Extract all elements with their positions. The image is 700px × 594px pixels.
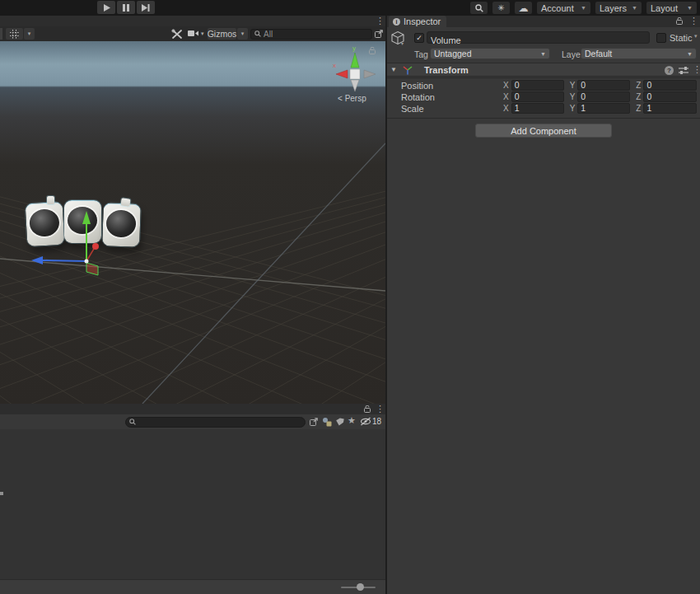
star-icon: ★ xyxy=(348,415,356,425)
play-button[interactable] xyxy=(97,1,115,14)
check-icon: ✓ xyxy=(416,35,422,42)
y-axis-cone[interactable] xyxy=(351,53,359,68)
progress-button[interactable]: ✳ xyxy=(492,2,510,14)
presets-button[interactable] xyxy=(679,66,688,75)
axis-z-label: Z xyxy=(636,81,641,90)
scene-tabbar-menu-icon[interactable]: ⋮ xyxy=(376,16,385,26)
speaker-clip xyxy=(120,198,130,206)
rotation-label: Rotation xyxy=(401,92,435,102)
speaker-box[interactable] xyxy=(64,200,101,243)
axis-x-label: X xyxy=(503,104,509,113)
project-search-input[interactable] xyxy=(138,418,301,427)
layers-dropdown[interactable]: Layers ▼ xyxy=(595,2,642,14)
gameobject-icon-button[interactable]: ▾ xyxy=(390,30,405,45)
rotation-z-field[interactable]: 0 xyxy=(643,91,697,102)
perspective-mode-label[interactable]: < Persp xyxy=(338,94,366,103)
gizmos-button[interactable]: Gizmos xyxy=(208,28,236,40)
name-field[interactable] xyxy=(427,31,650,44)
grid-visibility-button[interactable] xyxy=(6,28,23,40)
scale-label: Scale xyxy=(401,104,424,114)
rotation-y-field[interactable]: 0 xyxy=(577,91,630,102)
pause-button[interactable] xyxy=(117,1,135,14)
rotation-x-field[interactable]: 0 xyxy=(511,91,564,102)
grid-options-dropdown[interactable]: ▾ xyxy=(24,28,35,40)
layer-dropdown[interactable]: Default ▼ xyxy=(581,48,697,59)
foldout-arrow-icon[interactable]: ▼ xyxy=(390,66,397,73)
position-z-field[interactable]: 0 xyxy=(643,80,697,91)
scale-x-field[interactable]: 1 xyxy=(511,103,564,114)
wrench-icon xyxy=(171,29,183,40)
camera-view-dropdown[interactable]: ▾ xyxy=(188,30,204,37)
layout-label: Layout xyxy=(651,3,678,13)
cloud-services-button[interactable]: ☁ xyxy=(515,2,532,14)
axis-x-label: X xyxy=(503,92,509,101)
eye-slash-icon xyxy=(360,417,371,426)
step-button[interactable] xyxy=(137,1,155,14)
axis-y-label: Y xyxy=(570,81,576,90)
position-row: Position X0 Y0 Z0 xyxy=(387,80,700,91)
tools-button[interactable] xyxy=(171,29,183,40)
viewport-lock-icon[interactable] xyxy=(369,47,376,54)
axis-y-label: Y xyxy=(570,92,576,101)
layout-dropdown[interactable]: Layout ▼ xyxy=(646,2,697,14)
project-lock-icon[interactable] xyxy=(364,405,371,413)
neg-y-axis-cone[interactable] xyxy=(351,80,359,91)
gizmos-label: Gizmos xyxy=(208,29,237,39)
inspector-lock-icon[interactable] xyxy=(676,17,683,25)
scene-viewport[interactable]: y x < Persp xyxy=(0,41,385,404)
transform-menu-icon[interactable]: ⋮ xyxy=(693,65,700,74)
search-icon xyxy=(254,30,261,37)
scene-search-field[interactable] xyxy=(250,29,372,40)
search-icon xyxy=(475,4,483,12)
project-body[interactable] xyxy=(0,429,385,579)
position-y-field[interactable]: 0 xyxy=(577,80,630,91)
project-search-field[interactable] xyxy=(125,417,306,428)
filter-type-icon xyxy=(322,417,332,427)
search-button[interactable] xyxy=(470,2,488,14)
help-icon[interactable]: ? xyxy=(665,66,674,75)
static-label: Static xyxy=(670,33,693,43)
add-component-button[interactable]: Add Component xyxy=(475,124,612,138)
account-dropdown[interactable]: Account ▼ xyxy=(537,2,590,14)
static-options-arrow-icon[interactable]: ▾ xyxy=(694,33,698,40)
hidden-count-toggle[interactable]: 18 xyxy=(360,417,381,426)
speaker-box[interactable] xyxy=(102,203,141,247)
y-axis-gizmo-label: y xyxy=(352,44,356,52)
dropdown-arrow-icon: ▼ xyxy=(687,5,693,11)
scene-search-input[interactable] xyxy=(264,30,368,39)
starburst-icon: ✳ xyxy=(497,4,504,12)
gizmo-center-cube[interactable] xyxy=(350,69,360,79)
inspector-tab-bar: i Inspector ⋮ xyxy=(387,16,700,27)
layer-value: Default xyxy=(585,49,612,58)
zoom-slider-knob[interactable] xyxy=(357,583,364,591)
gizmos-options-dropdown[interactable]: ▾ xyxy=(237,28,248,40)
inspector-panel: i Inspector ⋮ ▾ ✓ xyxy=(387,16,700,594)
neg-x-axis-cone[interactable] xyxy=(364,70,376,78)
filter-by-label-button[interactable] xyxy=(335,418,344,426)
clipped-item-marker xyxy=(0,492,3,495)
position-x-field[interactable]: 0 xyxy=(511,80,564,91)
save-filter-button[interactable]: ★ xyxy=(348,416,356,425)
scale-y-field[interactable]: 1 xyxy=(577,103,630,114)
project-tabbar-menu-icon[interactable]: ⋮ xyxy=(376,405,385,414)
tag-dropdown[interactable]: Untagged ▼ xyxy=(430,48,550,59)
tab-inspector[interactable]: i Inspector xyxy=(389,16,446,27)
persp-chevron-icon: < xyxy=(338,94,343,103)
inspector-menu-icon[interactable]: ⋮ xyxy=(689,16,698,26)
component-divider xyxy=(387,118,700,119)
scale-z-field[interactable]: 1 xyxy=(643,103,697,114)
scale-row: Scale X1 Y1 Z1 xyxy=(387,103,700,114)
speaker-clip xyxy=(47,196,54,204)
speaker-box[interactable] xyxy=(26,202,65,246)
transform-component-header[interactable]: ▼ Transform ? ⋮ xyxy=(387,63,700,77)
filter-by-type-button[interactable] xyxy=(322,417,332,427)
gameobject-name-input[interactable] xyxy=(427,35,649,45)
x-axis-cone[interactable] xyxy=(336,70,348,78)
tag-label: Tag xyxy=(414,49,428,59)
static-checkbox[interactable] xyxy=(656,33,666,43)
project-popout-button[interactable] xyxy=(310,418,318,426)
scene-popout-button[interactable] xyxy=(375,30,383,38)
active-checkbox[interactable]: ✓ xyxy=(414,33,424,43)
small-arrow-icon: ▾ xyxy=(28,30,31,37)
search-icon xyxy=(129,419,136,425)
